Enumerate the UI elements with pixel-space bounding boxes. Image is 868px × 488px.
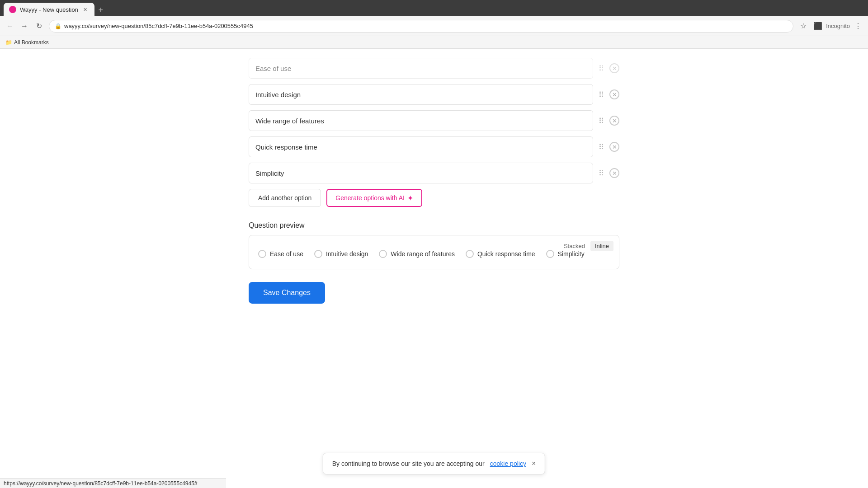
option-input-opt-quick[interactable]: [249, 136, 593, 157]
cookie-policy-link[interactable]: cookie policy: [490, 460, 526, 467]
radio-circle[interactable]: [258, 250, 266, 258]
active-tab[interactable]: Wayyy - New question ✕: [4, 3, 94, 16]
remove-button-opt-quick[interactable]: ✕: [609, 142, 619, 152]
radio-circle[interactable]: [546, 250, 554, 258]
option-input-opt-wide[interactable]: [249, 110, 593, 131]
back-button[interactable]: ←: [4, 20, 16, 33]
preview-option-label: Ease of use: [270, 250, 303, 258]
preview-option: Ease of use: [258, 250, 303, 258]
browser-toolbar: ← → ↻ 🔒 wayyy.co/survey/new-question/85c…: [0, 16, 868, 36]
preview-option-label: Simplicity: [558, 250, 585, 258]
url-text: wayyy.co/survey/new-question/85c7dcff-7e…: [64, 23, 253, 29]
view-toggle: Stacked Inline: [559, 241, 613, 251]
preview-option: Intuitive design: [314, 250, 368, 258]
bookmark-star[interactable]: ☆: [797, 20, 810, 33]
tab-title: Wayyy - New question: [20, 6, 78, 13]
preview-box: Stacked Inline Ease of use Intuitive des…: [249, 235, 619, 269]
preview-option: Wide range of features: [379, 250, 455, 258]
cookie-close-button[interactable]: ×: [532, 460, 536, 468]
browser-extension[interactable]: ⬛: [811, 20, 824, 33]
remove-button-opt-simplicity[interactable]: ✕: [609, 168, 619, 178]
forward-button[interactable]: →: [18, 20, 31, 33]
reload-button[interactable]: ↻: [33, 20, 45, 33]
ai-button-label: Generate options with AI: [335, 194, 405, 202]
options-container: ⠿ ✕ ⠿ ✕ ⠿ ✕ ⠿ ✕: [249, 84, 619, 183]
stacked-view-button[interactable]: Stacked: [559, 241, 590, 251]
cookie-text: By continuing to browse our site you are…: [332, 460, 485, 467]
option-input-opt-simplicity[interactable]: [249, 163, 593, 183]
preview-section: Question preview Stacked Inline Ease of …: [249, 221, 619, 269]
bookmarks-label: All Bookmarks: [14, 39, 49, 46]
partial-remove-button[interactable]: ✕: [609, 63, 619, 73]
bookmarks-folder[interactable]: 📁 All Bookmarks: [5, 39, 49, 46]
remove-button-opt-wide[interactable]: ✕: [609, 116, 619, 126]
option-row: ⠿ ✕: [249, 110, 619, 131]
tab-bar: Wayyy - New question ✕ +: [0, 0, 868, 16]
tab-favicon: [9, 6, 16, 13]
preview-options: Ease of use Intuitive design Wide range …: [258, 250, 610, 258]
tab-close-button[interactable]: ✕: [82, 6, 89, 13]
status-bar: https://wayyy.co/survey/new-question/85c…: [0, 478, 226, 488]
radio-circle[interactable]: [466, 250, 474, 258]
bookmarks-bar: 📁 All Bookmarks: [0, 36, 868, 49]
partial-option-input[interactable]: [249, 58, 593, 79]
preview-option-label: Quick response time: [477, 250, 535, 258]
incognito-info: Incognito: [826, 23, 850, 29]
inline-view-button[interactable]: Inline: [590, 241, 613, 251]
option-row: ⠿ ✕: [249, 163, 619, 183]
preview-option: Quick response time: [466, 250, 535, 258]
actions-row: Add another option Generate options with…: [249, 189, 619, 207]
address-bar[interactable]: 🔒 wayyy.co/survey/new-question/85c7dcff-…: [49, 20, 793, 33]
status-url: https://wayyy.co/survey/new-question/85c…: [4, 480, 198, 487]
page-content: ⠿ ✕ ⠿ ✕ ⠿ ✕ ⠿ ✕ ⠿ ✕ Add another option G…: [0, 49, 868, 488]
drag-handle-opt-intuitive[interactable]: ⠿: [597, 89, 606, 101]
option-row: ⠿ ✕: [249, 84, 619, 105]
option-row: ⠿ ✕: [249, 136, 619, 157]
option-input-opt-intuitive[interactable]: [249, 84, 593, 105]
ai-generate-button[interactable]: Generate options with AI ✦: [326, 189, 422, 207]
preview-option-label: Intuitive design: [326, 250, 368, 258]
preview-label: Question preview: [249, 221, 619, 230]
drag-handle-opt-simplicity[interactable]: ⠿: [597, 167, 606, 179]
ai-star-icon: ✦: [407, 194, 413, 202]
main-container: ⠿ ✕ ⠿ ✕ ⠿ ✕ ⠿ ✕ ⠿ ✕ Add another option G…: [249, 49, 619, 488]
new-tab-button[interactable]: +: [94, 4, 107, 16]
save-changes-button[interactable]: Save Changes: [249, 282, 325, 304]
bookmark-folder-icon: 📁: [5, 39, 12, 46]
preview-option-label: Wide range of features: [391, 250, 455, 258]
add-option-button[interactable]: Add another option: [249, 189, 321, 207]
lock-icon: 🔒: [55, 23, 61, 29]
drag-handle-opt-quick[interactable]: ⠿: [597, 141, 606, 153]
radio-circle[interactable]: [314, 250, 322, 258]
partial-drag-handle[interactable]: ⠿: [597, 62, 606, 75]
drag-handle-opt-wide[interactable]: ⠿: [597, 115, 606, 127]
partial-option-row: ⠿ ✕: [249, 58, 619, 79]
radio-circle[interactable]: [379, 250, 387, 258]
cookie-banner: By continuing to browse our site you are…: [323, 453, 545, 474]
remove-button-opt-intuitive[interactable]: ✕: [609, 89, 619, 99]
incognito-label: Incognito: [826, 23, 850, 29]
menu-button[interactable]: ⋮: [852, 20, 864, 33]
